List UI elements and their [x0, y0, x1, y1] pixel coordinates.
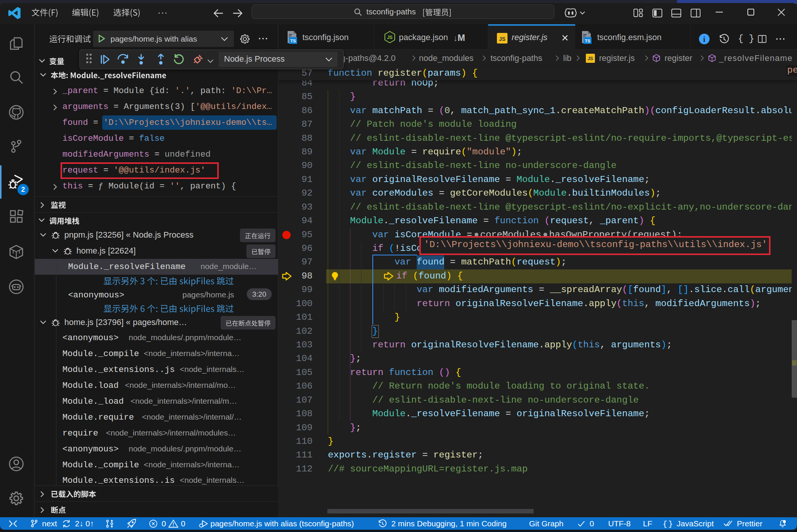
svg-text:TS: TS	[290, 39, 296, 43]
